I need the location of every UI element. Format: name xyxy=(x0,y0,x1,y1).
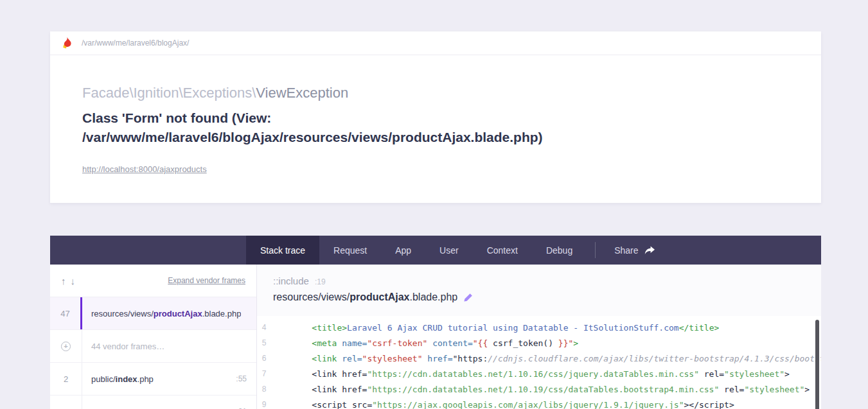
frame-method-line: :19 xyxy=(315,277,326,286)
frame-list: 47resources/views/productAjax.blade.php+… xyxy=(50,297,256,409)
code-line: 9 <script src="https://ajax.googleapis.c… xyxy=(257,397,821,409)
code-line: 6 <link rel="stylesheet" href="https://c… xyxy=(257,351,821,366)
frames-sidebar: ↑ ↓ Expand vendor frames 47resources/vie… xyxy=(50,265,257,409)
frame-file: 44 vendor frames… xyxy=(82,330,164,362)
code-line: 5 <meta name="csrf-token" content="{{ cs… xyxy=(257,335,821,351)
request-url-link[interactable]: http://localhost:8000/ajaxproducts xyxy=(82,164,207,174)
tab-context[interactable]: Context xyxy=(473,236,532,265)
app-path: /var/www/me/laravel6/blogAjax/ xyxy=(82,39,189,48)
vendor-frames-row[interactable]: +44 vendor frames… xyxy=(50,330,256,363)
file-path-post: .blade.php xyxy=(410,292,458,303)
frame-method: ::include xyxy=(273,275,309,286)
frame-file: public/index.php xyxy=(82,363,154,395)
exception-class: Facade\Ignition\Exceptions\ViewException xyxy=(82,85,789,101)
tab-divider xyxy=(595,242,596,258)
frame-file-row: resources/views/productAjax.blade.php xyxy=(273,292,821,303)
tab-stack-trace[interactable]: Stack trace xyxy=(246,236,319,265)
frame-file: server.php xyxy=(82,396,132,409)
tab-user[interactable]: User xyxy=(425,236,473,265)
share-label: Share xyxy=(614,245,638,256)
code-line: 7 <link href="https://cdn.datatables.net… xyxy=(257,366,821,381)
frame-line-number: :55 xyxy=(236,363,256,395)
frame-nav-arrows: ↑ ↓ xyxy=(61,275,75,286)
sidebar-header: ↑ ↓ Expand vendor frames xyxy=(50,265,256,297)
code-header: ::include:19 resources/views/productAjax… xyxy=(257,265,821,316)
frame-count: 2 xyxy=(50,363,82,395)
code-line: 4 <title>Laravel 6 Ajax CRUD tutorial us… xyxy=(257,320,821,335)
tab-app[interactable]: App xyxy=(381,236,425,265)
exception-namespace: Facade\Ignition\Exceptions\ xyxy=(82,85,256,101)
frame-row[interactable]: 47resources/views/productAjax.blade.php xyxy=(50,297,256,330)
frame-line-number: :21 xyxy=(236,396,256,409)
frame-down-icon[interactable]: ↓ xyxy=(71,275,76,286)
ignition-flame-icon xyxy=(62,37,73,49)
plus-circle-icon: + xyxy=(50,330,82,362)
frame-row[interactable]: 1server.php:21 xyxy=(50,396,256,409)
code-lines: 4 <title>Laravel 6 Ajax CRUD tutorial us… xyxy=(257,320,821,409)
frame-row[interactable]: 2public/index.php:55 xyxy=(50,363,256,396)
frame-up-icon[interactable]: ↑ xyxy=(61,275,66,286)
frame-file: resources/views/productAjax.blade.php xyxy=(82,297,241,329)
share-arrow-icon xyxy=(644,246,655,255)
exception-message: Class 'Form' not found (View: /var/www/m… xyxy=(82,109,673,147)
edit-pencil-icon[interactable] xyxy=(463,293,473,302)
error-body: Facade\Ignition\Exceptions\ViewException… xyxy=(50,55,821,203)
tab-bar: Stack traceRequestAppUserContextDebug Sh… xyxy=(50,236,821,265)
code-line: 8 <link href="https://cdn.datatables.net… xyxy=(257,381,821,397)
tab-request[interactable]: Request xyxy=(319,236,381,265)
error-card: /var/www/me/laravel6/blogAjax/ Facade\Ig… xyxy=(50,31,821,203)
tab-debug[interactable]: Debug xyxy=(532,236,587,265)
frame-count: 1 xyxy=(50,396,82,409)
frame-count: 47 xyxy=(50,297,82,329)
file-path-pre: resources/views/ xyxy=(273,292,350,303)
code-panel: ::include:19 resources/views/productAjax… xyxy=(257,265,821,409)
frame-method-row: ::include:19 xyxy=(273,275,821,286)
card-topbar: /var/www/me/laravel6/blogAjax/ xyxy=(50,31,821,55)
expand-vendor-frames-link[interactable]: Expand vendor frames xyxy=(168,276,245,285)
code-scrollbar[interactable] xyxy=(815,320,819,409)
exception-classname: ViewException xyxy=(256,85,348,101)
tab-list: Stack traceRequestAppUserContextDebug xyxy=(246,236,587,265)
stack-trace-panels: ↑ ↓ Expand vendor frames 47resources/vie… xyxy=(50,265,821,409)
page-container: /var/www/me/laravel6/blogAjax/ Facade\Ig… xyxy=(50,0,821,409)
file-path-bold: productAjax xyxy=(350,292,409,303)
code-snippet: 4 <title>Laravel 6 Ajax CRUD tutorial us… xyxy=(257,316,821,409)
share-button[interactable]: Share xyxy=(604,236,664,265)
